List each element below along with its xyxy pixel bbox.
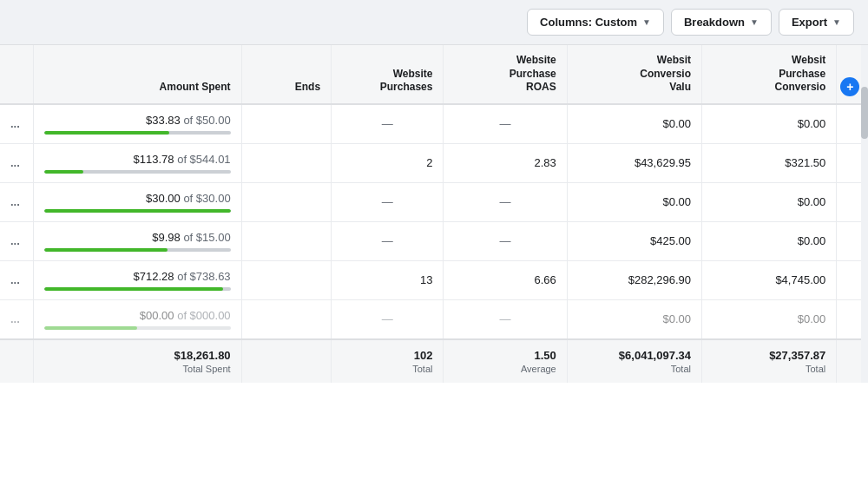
table-row: ...$9.98 of $15.00——$425.00$0.00 bbox=[0, 221, 868, 260]
col-header-wpc[interactable]: WebsitPurchaseConversio bbox=[701, 45, 836, 104]
row-ends bbox=[241, 143, 331, 182]
row-wpc: $4,745.00 bbox=[701, 260, 836, 299]
footer-wcv-value: $6,041,097.34 bbox=[578, 349, 691, 362]
row-dots[interactable]: ... bbox=[0, 104, 34, 144]
budget-value: of $15.00 bbox=[183, 231, 230, 244]
progress-bar-container bbox=[44, 170, 230, 174]
row-ends bbox=[241, 221, 331, 260]
amount-text: $33.83 of $50.00 bbox=[44, 114, 230, 127]
row-amount-spent: $33.83 of $50.00 bbox=[34, 104, 241, 144]
row-dots[interactable]: ... bbox=[0, 182, 34, 221]
progress-bar-fill bbox=[44, 287, 223, 291]
row-roas: — bbox=[444, 104, 567, 144]
table-row: ...$712.28 of $738.63136.66$282,296.90$4… bbox=[0, 260, 868, 299]
row-dots[interactable]: ... bbox=[0, 299, 34, 339]
progress-bar-fill bbox=[44, 131, 169, 135]
row-roas: — bbox=[444, 221, 567, 260]
col-header-website-purchases[interactable]: WebsitePurchases bbox=[332, 45, 444, 104]
amount-text: $30.00 of $30.00 bbox=[44, 192, 230, 205]
row-ends bbox=[241, 260, 331, 299]
budget-value: of $000.00 bbox=[177, 309, 230, 322]
export-label: Export bbox=[792, 16, 827, 29]
footer-wcv-label: Total bbox=[578, 364, 691, 374]
amount-text: $00.00 of $000.00 bbox=[44, 309, 230, 322]
export-button[interactable]: Export ▼ bbox=[779, 9, 854, 36]
row-amount-spent: $30.00 of $30.00 bbox=[34, 182, 241, 221]
col-header-ends[interactable]: Ends bbox=[241, 45, 331, 104]
row-amount-spent: $00.00 of $000.00 bbox=[34, 299, 241, 339]
footer-dots bbox=[0, 339, 34, 383]
progress-bar-fill bbox=[44, 248, 167, 252]
footer-roas-value: 1.50 bbox=[454, 349, 556, 362]
footer-roas-label: Average bbox=[454, 364, 556, 374]
row-wcv: $0.00 bbox=[567, 182, 701, 221]
footer-total-spent: $18,261.80 bbox=[44, 349, 230, 362]
col-header-wcv[interactable]: WebsitConversioValu bbox=[567, 45, 701, 104]
scrollbar-thumb[interactable] bbox=[861, 87, 868, 139]
row-roas: — bbox=[444, 299, 567, 339]
budget-value: of $30.00 bbox=[183, 192, 230, 205]
budget-value: of $738.63 bbox=[177, 270, 230, 283]
footer-total-spent-label: Total Spent bbox=[44, 364, 230, 374]
row-wpc: $0.00 bbox=[701, 182, 836, 221]
col-header-amount-spent[interactable]: Amount Spent bbox=[34, 45, 241, 104]
progress-bar-fill bbox=[44, 170, 83, 174]
toolbar: Columns: Custom ▼ Breakdown ▼ Export ▼ bbox=[0, 0, 868, 45]
col-header-dots bbox=[0, 45, 34, 104]
progress-bar-container bbox=[44, 326, 230, 330]
progress-bar-container bbox=[44, 287, 230, 291]
table-row: ...$30.00 of $30.00——$0.00$0.00 bbox=[0, 182, 868, 221]
row-wcv: $282,296.90 bbox=[567, 260, 701, 299]
progress-bar-container bbox=[44, 209, 230, 213]
footer-roas: 1.50 Average bbox=[444, 339, 567, 383]
row-ends bbox=[241, 182, 331, 221]
spent-value: $30.00 bbox=[146, 192, 181, 205]
col-header-roas[interactable]: WebsitePurchaseROAS bbox=[444, 45, 567, 104]
add-column-button[interactable]: + bbox=[840, 77, 859, 96]
row-amount-spent: $9.98 of $15.00 bbox=[34, 221, 241, 260]
row-wpc: $0.00 bbox=[701, 299, 836, 339]
row-wpc: $0.00 bbox=[701, 104, 836, 144]
footer-amount-spent: $18,261.80 Total Spent bbox=[34, 339, 241, 383]
row-website-purchases: 2 bbox=[332, 143, 444, 182]
table-row: ...$33.83 of $50.00——$0.00$0.00 bbox=[0, 104, 868, 144]
table-footer-row: $18,261.80 Total Spent 102 Total 1.50 Av… bbox=[0, 339, 868, 383]
row-roas: 2.83 bbox=[444, 143, 567, 182]
footer-wp-value: 102 bbox=[342, 349, 432, 362]
amount-text: $9.98 of $15.00 bbox=[44, 231, 230, 244]
footer-wcv: $6,041,097.34 Total bbox=[567, 339, 701, 383]
columns-button[interactable]: Columns: Custom ▼ bbox=[527, 9, 664, 36]
footer-wpc: $27,357.87 Total bbox=[701, 339, 836, 383]
progress-bar-container bbox=[44, 131, 230, 135]
columns-chevron-icon: ▼ bbox=[642, 17, 651, 27]
row-dots[interactable]: ... bbox=[0, 143, 34, 182]
footer-wp-label: Total bbox=[342, 364, 432, 374]
row-amount-spent: $712.28 of $738.63 bbox=[34, 260, 241, 299]
row-amount-spent: $113.78 of $544.01 bbox=[34, 143, 241, 182]
progress-bar-fill bbox=[44, 209, 230, 213]
breakdown-label: Breakdown bbox=[684, 16, 745, 29]
export-chevron-icon: ▼ bbox=[832, 17, 841, 27]
breakdown-button[interactable]: Breakdown ▼ bbox=[671, 9, 772, 36]
row-roas: 6.66 bbox=[444, 260, 567, 299]
amount-text: $712.28 of $738.63 bbox=[44, 270, 230, 283]
footer-wpc-value: $27,357.87 bbox=[713, 349, 825, 362]
row-wcv: $0.00 bbox=[567, 104, 701, 144]
table-row: ...$113.78 of $544.0122.83$43,629.95$321… bbox=[0, 143, 868, 182]
footer-wpc-label: Total bbox=[713, 364, 825, 374]
footer-website-purchases: 102 Total bbox=[332, 339, 444, 383]
row-wcv: $425.00 bbox=[567, 221, 701, 260]
spent-value: $113.78 bbox=[134, 153, 174, 166]
spent-value: $712.28 bbox=[134, 270, 174, 283]
spent-value: $9.98 bbox=[152, 231, 181, 244]
spent-value: $00.00 bbox=[140, 309, 174, 322]
scrollbar-track[interactable] bbox=[861, 45, 868, 383]
row-dots[interactable]: ... bbox=[0, 221, 34, 260]
row-wcv: $43,629.95 bbox=[567, 143, 701, 182]
table-header-row: Amount Spent Ends WebsitePurchases Websi… bbox=[0, 45, 868, 104]
row-ends bbox=[241, 299, 331, 339]
footer-ends bbox=[241, 339, 331, 383]
row-dots[interactable]: ... bbox=[0, 260, 34, 299]
breakdown-chevron-icon: ▼ bbox=[750, 17, 759, 27]
row-website-purchases: — bbox=[332, 299, 444, 339]
